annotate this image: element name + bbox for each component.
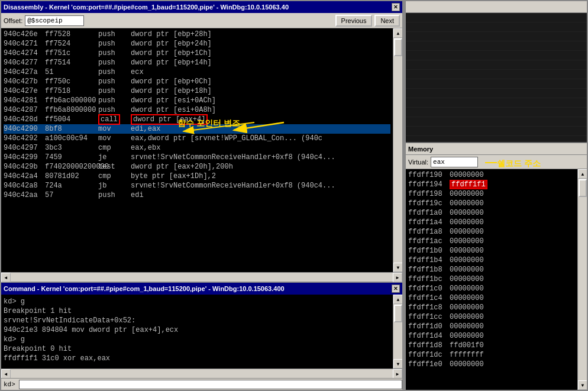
cmd-input-row: kd> [1,378,402,390]
cmd-title-text: Command - Kernel 'com:port=##.#pipe#com_… [4,285,285,292]
mem-row-val: 00000000 [450,294,484,302]
cmd-scroll-down[interactable]: ▼ [393,359,402,369]
row-operands: edi,eax [131,125,160,133]
row-mnemonic: je [98,153,131,161]
row-bytes: 8bf8 [45,125,98,133]
disasm-toolbar: Offset: Previous Next [1,13,402,28]
mem-row-addr: ffdff1a0 [408,209,450,217]
row-addr: 940c4287 [4,106,45,114]
disasm-row[interactable]: 940c4287ffb6a8000000pushdword ptr [esi+0… [4,105,390,115]
disasm-row[interactable]: 940c42973bc3cmpeax,ebx [4,143,390,153]
disasm-row[interactable]: 940c4281ffb6ac000000pushdword ptr [esi+0… [4,96,390,105]
disasm-close-button[interactable]: ✕ [392,3,400,11]
row-mnemonic: call [98,115,131,124]
scroll-track-h [11,273,393,282]
mem-row-addr: ffdff194 [408,180,450,189]
disasm-scrollbar[interactable]: ▲ ▼ [393,28,402,272]
cmd-close-button[interactable]: ✕ [392,285,400,293]
offset-input[interactable] [25,15,84,26]
disasm-row[interactable]: 940c42aa57pushedi [4,190,390,200]
row-bytes: ffb6ac000000 [45,96,98,105]
mem-row-addr: ffdff1c4 [408,294,450,302]
row-addr: 940c4290 [4,125,45,133]
row-operands: srvnet!SrvNetCommonReceiveHandler+0xf8 (… [131,182,335,190]
mem-row-addr: ffdff1bc [408,275,450,283]
disasm-row[interactable]: 940c4271ff7524pushdword ptr [ebp+24h] [4,39,390,49]
disasm-row[interactable]: 940c427bff750cpushdword ptr [ebp+0Ch] [4,77,390,86]
mem-row-val: 00000000 [450,313,484,321]
cmd-hscrollbar[interactable]: ◄ ► [1,369,402,378]
cmd-scroll-right[interactable]: ► [393,369,402,379]
mem-row-addr: ffdff1a8 [408,228,450,236]
mem-row-val: 00000000 [450,190,484,198]
row-mnemonic: cmp [98,172,131,180]
row-addr: 940c427e [4,87,45,95]
cmd-content: kd> gBreakpoint 1 hitsrvnet!SrvNetIndica… [1,295,393,369]
row-operands: dword ptr [eax+4] [131,115,208,124]
disasm-row[interactable]: 940c429bf74020000200000testdword ptr [ea… [4,162,390,172]
mem-row-val: 00000000 [450,332,484,340]
disasm-row[interactable]: 940c4277ff7514pushdword ptr [ebp+14h] [4,58,390,67]
memory-row: ffdff1e000000000 [408,360,575,369]
row-addr: 940c4274 [4,49,45,57]
scroll-down-btn[interactable]: ▼ [393,263,402,272]
row-bytes: ff7528 [45,30,98,38]
disasm-row[interactable]: 940c4274ff751cpushdword ptr [ebp+1Ch] [4,49,390,58]
row-operands: dword ptr [eax+20h],200h [131,163,233,171]
mem-row-addr: ffdff1a4 [408,218,450,227]
disasm-row[interactable]: 940c426eff7528pushdword ptr [ebp+28h] [4,30,390,39]
cmd-prompt: kd> [1,381,19,388]
row-operands: dword ptr [esi+0ACh] [131,96,216,105]
cmd-input[interactable] [19,380,402,389]
disasm-row[interactable]: 940c42a480781d02cmpbyte ptr [eax+1Dh],2 [4,172,390,181]
disasm-row[interactable]: 940c427a51pushecx [4,67,390,77]
mem-row-val: 00000000 [450,303,484,312]
row-addr: 940c4277 [4,59,45,67]
disasm-row[interactable]: 940c42997459jesrvnet!SrvNetCommonReceive… [4,153,390,162]
disasm-row[interactable]: 940c4292a100c00c94moveax,dword ptr [srvn… [4,134,390,143]
virtual-input[interactable] [431,157,478,167]
row-mnemonic: mov [98,134,131,143]
memory-row: ffdff1b800000000 [408,265,575,274]
row-bytes: ff751c [45,49,98,57]
row-operands: dword ptr [ebp+1Ch] [131,49,212,57]
mem-scroll-up[interactable]: ▲ [578,169,587,179]
memory-scrollbar[interactable]: ▲ ▼ [577,169,587,390]
previous-button[interactable]: Previous [335,15,373,27]
scroll-right-btn[interactable]: ► [393,273,402,282]
cmd-line: kd> g [4,297,390,306]
row-operands: srvnet!SrvNetCommonReceiveHandler+0xf8 (… [131,153,335,161]
scroll-left-btn[interactable]: ◄ [1,273,11,282]
disasm-row[interactable]: 940c42a8724ajbsrvnet!SrvNetCommonReceive… [4,181,390,190]
cmd-htrack [11,369,393,378]
row-bytes: 80781d02 [45,172,98,180]
row-mnemonic: push [98,106,131,114]
scroll-thumb[interactable] [394,38,402,56]
cmd-scroll-left[interactable]: ◄ [1,369,11,379]
mem-scroll-down[interactable]: ▼ [578,380,587,390]
mem-scroll-thumb[interactable] [579,179,587,197]
next-button[interactable]: Next [374,15,400,27]
mem-row-addr: ffdff1c8 [408,303,450,312]
disasm-hscrollbar[interactable]: ◄ ► [1,272,402,282]
memory-row: ffdff1c400000000 [408,293,575,303]
cmd-scroll-thumb[interactable] [394,305,402,322]
memory-row: ffdff19c00000000 [408,199,575,208]
cmd-scrollbar[interactable]: ▲ ▼ [393,295,402,369]
disasm-row[interactable]: 940c427eff7518pushdword ptr [ebp+18h] [4,86,390,96]
row-operands: dword ptr [esi+0A8h] [131,106,216,114]
mem-row-val: 00000000 [450,247,484,255]
disasm-row[interactable]: 940c428dff5004calldword ptr [eax+4] [4,115,390,124]
row-addr: 940c427a [4,68,45,76]
row-mnemonic: push [98,30,131,38]
row-addr: 940c4297 [4,144,45,152]
mem-row-val: 00000000 [450,360,484,369]
disasm-row[interactable]: 940c42908bf8movedi,eax [4,124,390,134]
memory-row: ffdff1c000000000 [408,284,575,293]
cmd-scroll-up[interactable]: ▲ [393,295,402,304]
scroll-up-btn[interactable]: ▲ [393,28,402,38]
row-operands: byte ptr [eax+1Dh],2 [131,172,216,180]
row-mnemonic: push [98,49,131,57]
row-bytes: ff750c [45,77,98,86]
cmd-title: Command - Kernel 'com:port=##.#pipe#com_… [1,283,402,295]
